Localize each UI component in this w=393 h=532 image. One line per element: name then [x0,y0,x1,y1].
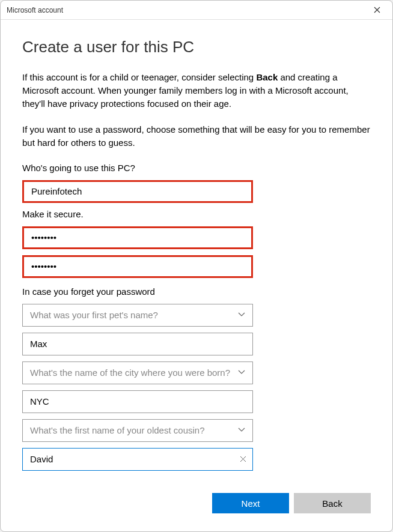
chevron-down-icon [238,312,245,318]
dialog-window: Microsoft account Create a user for this… [0,0,393,532]
clear-input-button[interactable] [240,455,246,464]
security-questions-label: In case you forget your password [22,286,371,297]
confirm-password-input[interactable] [24,257,251,276]
security-answer-3-wrap [22,448,253,471]
close-icon [374,7,380,13]
password-hint-paragraph: If you want to use a password, choose so… [22,123,371,150]
window-title: Microsoft account [7,6,367,14]
security-answer-1-wrap [22,333,253,355]
security-question-1-text: What was your first pet's name? [30,310,238,320]
back-button[interactable]: Back [294,493,371,513]
security-question-2-select[interactable]: What's the name of the city where you we… [22,361,253,384]
close-button[interactable] [367,2,386,19]
security-answer-2-input[interactable] [23,391,252,413]
password-field-wrap [22,226,253,249]
security-question-2-text: What's the name of the city where you we… [30,367,238,378]
username-label: Who's going to use this PC? [22,163,371,173]
intro-paragraph: If this account is for a child or teenag… [22,71,371,110]
username-field-wrap [22,180,253,203]
password-input[interactable] [24,228,251,247]
chevron-down-icon [238,369,245,376]
security-question-1-select[interactable]: What was your first pet's name? [22,304,253,327]
security-answer-2-wrap [22,390,253,413]
page-heading: Create a user for this PC [22,38,371,56]
close-icon [240,456,246,462]
security-question-3-select[interactable]: What's the first name of your oldest cou… [22,419,253,442]
security-answer-1-input[interactable] [23,333,252,355]
security-answer-3-input[interactable] [23,449,252,470]
chevron-down-icon [238,427,245,434]
password-label: Make it secure. [22,209,371,219]
content-area: Create a user for this PC If this accoun… [1,20,392,487]
next-button[interactable]: Next [212,493,289,513]
username-input[interactable] [24,182,251,201]
security-question-3-text: What's the first name of your oldest cou… [30,425,238,435]
titlebar: Microsoft account [1,1,392,20]
footer-buttons: Next Back [1,487,392,531]
confirm-password-field-wrap [22,255,253,278]
